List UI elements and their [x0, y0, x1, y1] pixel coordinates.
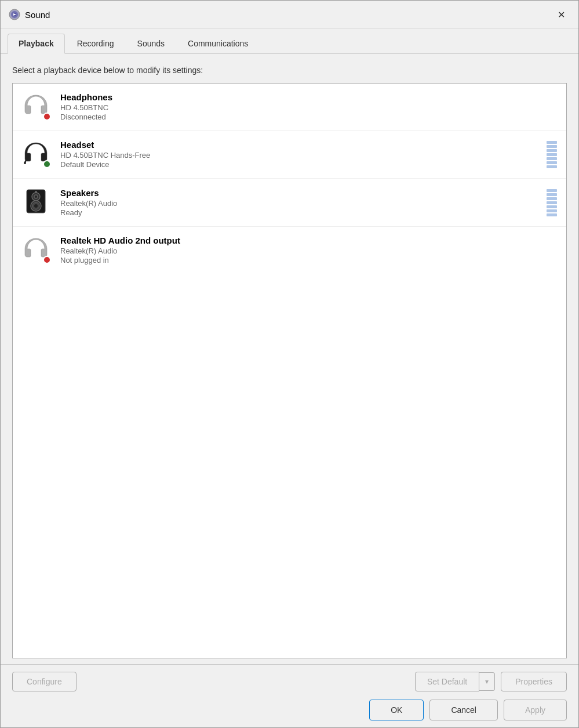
tabs-container: Playback Recording Sounds Communications [1, 29, 578, 54]
device-icon-wrap-headset [22, 139, 52, 169]
status-dot-default [43, 160, 51, 168]
window-title: Sound [25, 10, 50, 20]
apply-button[interactable]: Apply [504, 700, 567, 720]
ok-button[interactable]: OK [369, 700, 424, 720]
device-status-headset: Default Device [60, 160, 547, 169]
device-name-headphones: Headphones [60, 92, 557, 102]
status-dot-disconnected [43, 113, 51, 121]
sound-icon [9, 9, 20, 20]
device-icon-wrap-realtek-hd [22, 235, 52, 265]
volume-indicator-speakers [547, 187, 557, 218]
device-status-speakers: Ready [60, 208, 547, 217]
device-item-realtek-hd[interactable]: Realtek HD Audio 2nd output Realtek(R) A… [13, 227, 566, 273]
tab-content: Select a playback device below to modify… [1, 54, 578, 664]
dialog-actions-row: OK Cancel Apply [12, 700, 567, 720]
device-name-headset: Headset [60, 140, 547, 150]
title-bar: Sound ✕ [1, 1, 578, 29]
device-name-realtek-hd: Realtek HD Audio 2nd output [60, 236, 557, 245]
device-item-headset[interactable]: Headset HD 4.50BTNC Hands-Free Default D… [13, 131, 566, 179]
cancel-button[interactable]: Cancel [429, 700, 498, 720]
device-info-speakers: Speakers Realtek(R) Audio Ready [60, 188, 547, 217]
device-desc-headset: HD 4.50BTNC Hands-Free [60, 151, 547, 160]
device-name-speakers: Speakers [60, 188, 547, 198]
device-icon-wrap-headphones [22, 92, 52, 122]
tab-recording[interactable]: Recording [66, 34, 125, 53]
speakers-icon [22, 187, 50, 215]
device-item-headphones[interactable]: Headphones HD 4.50BTNC Disconnected [13, 84, 566, 131]
device-desc-realtek-hd: Realtek(R) Audio [60, 247, 557, 255]
device-icon-wrap-speakers [22, 187, 52, 218]
instruction-text: Select a playback device below to modify… [12, 66, 567, 75]
device-list[interactable]: Headphones HD 4.50BTNC Disconnected Head [12, 83, 567, 658]
device-info-headset: Headset HD 4.50BTNC Hands-Free Default D… [60, 140, 547, 169]
tab-communications[interactable]: Communications [177, 34, 259, 53]
svg-point-5 [24, 162, 26, 164]
device-item-speakers[interactable]: Speakers Realtek(R) Audio Ready [13, 179, 566, 227]
svg-point-13 [35, 191, 37, 193]
tab-playback[interactable]: Playback [8, 34, 65, 54]
device-desc-speakers: Realtek(R) Audio [60, 199, 547, 208]
status-dot-notplugged [43, 256, 51, 264]
tab-sounds[interactable]: Sounds [126, 34, 176, 53]
volume-indicator-headset [547, 139, 557, 170]
set-default-group: Set Default ▾ Properties [415, 672, 567, 691]
configure-button[interactable]: Configure [12, 672, 77, 691]
device-desc-headphones: HD 4.50BTNC [60, 103, 557, 112]
close-button[interactable]: ✕ [552, 6, 570, 23]
device-info-headphones: Headphones HD 4.50BTNC Disconnected [60, 92, 557, 121]
device-status-headphones: Disconnected [60, 113, 557, 121]
set-default-button[interactable]: Set Default [415, 672, 479, 691]
device-info-realtek-hd: Realtek HD Audio 2nd output Realtek(R) A… [60, 236, 557, 265]
sound-dialog: Sound ✕ Playback Recording Sounds Commun… [0, 0, 579, 728]
bottom-area: Configure Set Default ▾ Properties OK Ca… [1, 664, 578, 727]
title-bar-left: Sound [9, 9, 50, 20]
set-default-dropdown-button[interactable]: ▾ [479, 672, 495, 691]
svg-point-12 [34, 204, 38, 208]
device-status-realtek-hd: Not plugged in [60, 256, 557, 265]
properties-button[interactable]: Properties [501, 672, 567, 691]
svg-point-9 [35, 195, 37, 198]
device-actions-row: Configure Set Default ▾ Properties [12, 672, 567, 691]
